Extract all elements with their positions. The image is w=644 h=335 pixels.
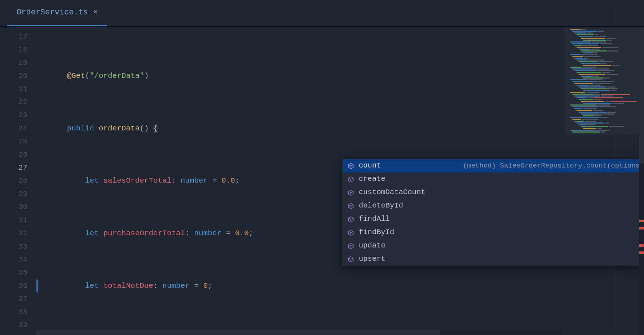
intellisense-popup[interactable]: count(method) SalesOrderRepository.count… bbox=[343, 159, 644, 266]
gutter-modified-indicator bbox=[36, 280, 38, 292]
line-number[interactable]: 27 bbox=[0, 161, 36, 174]
line-number[interactable]: 37 bbox=[0, 292, 36, 305]
scroll-thumb[interactable] bbox=[36, 330, 440, 335]
ruler-error-mark[interactable] bbox=[639, 251, 644, 254]
minimap-viewport[interactable] bbox=[564, 27, 639, 135]
line-number[interactable]: 35 bbox=[0, 266, 36, 279]
suggest-item[interactable]: upsert bbox=[343, 253, 644, 266]
ruler-error-mark[interactable] bbox=[639, 220, 644, 222]
method-icon bbox=[347, 202, 354, 210]
line-number[interactable]: 29 bbox=[0, 188, 36, 201]
method-icon bbox=[347, 242, 354, 250]
line-number[interactable]: 22 bbox=[0, 96, 36, 109]
line-number[interactable]: 19 bbox=[0, 57, 36, 70]
close-icon[interactable]: × bbox=[93, 8, 98, 17]
code-line[interactable]: public orderData() { bbox=[40, 122, 644, 135]
tab-active[interactable]: OrderService.ts × bbox=[7, 0, 107, 26]
suggest-label: customDataCount bbox=[359, 186, 425, 199]
minimap[interactable] bbox=[564, 27, 639, 135]
method-icon bbox=[347, 189, 354, 196]
line-number[interactable]: 38 bbox=[0, 306, 36, 319]
suggest-item[interactable]: update bbox=[343, 239, 644, 253]
line-number[interactable]: 39 bbox=[0, 319, 36, 332]
suggest-label: update bbox=[359, 239, 385, 252]
line-number-gutter[interactable]: 1718192021222324252627282930313233343536… bbox=[0, 27, 36, 335]
line-number[interactable]: 32 bbox=[0, 227, 36, 240]
suggest-label: deleteById bbox=[359, 199, 403, 212]
line-number[interactable]: 26 bbox=[0, 148, 36, 161]
suggest-item[interactable]: findById bbox=[343, 226, 644, 239]
editor: 1718192021222324252627282930313233343536… bbox=[0, 27, 644, 335]
suggest-label: upsert bbox=[359, 253, 385, 265]
suggest-item[interactable]: count(method) SalesOrderRepository.count… bbox=[343, 159, 644, 173]
line-number[interactable]: 30 bbox=[0, 201, 36, 214]
method-icon bbox=[347, 216, 354, 223]
line-number[interactable]: 28 bbox=[0, 174, 36, 187]
line-number[interactable]: 33 bbox=[0, 240, 36, 253]
line-number[interactable]: 18 bbox=[0, 43, 36, 56]
ruler-error-mark[interactable] bbox=[639, 244, 644, 247]
code-line[interactable]: @Get("/orderData") bbox=[40, 70, 644, 82]
ruler-error-mark[interactable] bbox=[639, 227, 644, 229]
suggest-item[interactable]: findAll bbox=[343, 213, 644, 226]
method-icon bbox=[347, 176, 354, 183]
line-number[interactable]: 23 bbox=[0, 109, 36, 122]
suggest-label: findById bbox=[359, 226, 394, 239]
vertical-scrollbar[interactable] bbox=[639, 27, 644, 335]
line-number[interactable]: 24 bbox=[0, 122, 36, 135]
line-number[interactable]: 31 bbox=[0, 214, 36, 227]
line-number[interactable]: 34 bbox=[0, 253, 36, 266]
code-area[interactable]: @Get("/orderData") public orderData() { … bbox=[36, 27, 644, 335]
line-number[interactable]: 25 bbox=[0, 135, 36, 148]
tab-bar: OrderService.ts × bbox=[0, 0, 644, 27]
suggest-detail: (method) SalesOrderRepository.count(opti… bbox=[463, 159, 644, 172]
line-number[interactable]: 21 bbox=[0, 83, 36, 96]
line-number[interactable]: 36 bbox=[0, 280, 36, 292]
suggest-item[interactable]: create bbox=[343, 173, 644, 186]
method-icon bbox=[347, 162, 354, 170]
horizontal-scrollbar[interactable] bbox=[36, 330, 563, 335]
suggest-item[interactable]: deleteById bbox=[343, 199, 644, 213]
method-icon bbox=[347, 256, 354, 263]
line-number[interactable]: 17 bbox=[0, 30, 36, 43]
suggest-label: count bbox=[359, 159, 381, 172]
suggest-item[interactable]: customDataCount bbox=[343, 186, 644, 199]
suggest-label: create bbox=[359, 173, 385, 186]
line-number[interactable]: 20 bbox=[0, 70, 36, 82]
tab-filename: OrderService.ts bbox=[17, 8, 88, 17]
scroll-thumb[interactable] bbox=[639, 27, 644, 164]
method-icon bbox=[347, 229, 354, 236]
code-line[interactable]: let totalNotDue: number = 0; bbox=[40, 280, 644, 292]
suggest-label: findAll bbox=[359, 213, 390, 225]
